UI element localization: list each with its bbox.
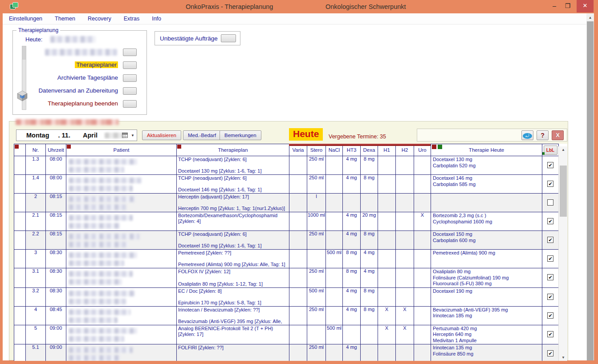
table-row[interactable]: 509:00Analog BERENICE-Protokoll Teil 2 (…: [14, 325, 559, 344]
cell-nr: 3: [26, 250, 46, 268]
panel-item-button[interactable]: [123, 74, 137, 82]
scrollbar-thumb[interactable]: [587, 21, 594, 360]
cell-therapie-heute: Docetaxel 150 mgCarboplatin 600 mg: [431, 231, 542, 250]
col-header-time[interactable]: Uhrzeit: [46, 144, 66, 156]
heute-badge: Heute: [289, 128, 323, 141]
cell-h2: [396, 268, 414, 288]
table-row[interactable]: 3.208:30EC / Doc [Zyklen: 8]Epirubicin 1…: [14, 287, 559, 306]
therapy-done-checkbox[interactable]: ✔: [547, 218, 553, 224]
table-row[interactable]: 3.108:30FOLFOX IV [Zyklen: 12]Oxaliplati…: [14, 268, 559, 288]
scroll-up-icon[interactable]: ▲: [586, 14, 594, 21]
window-border-left: [0, 13, 3, 364]
table-row[interactable]: 2.208:15TCHP (neoadjuvant) [Zyklen: 6]Do…: [14, 231, 559, 250]
table-row[interactable]: 5.109:00FOLFIRI [Zyklen: ??]250 ml4 mgIr…: [14, 344, 559, 361]
table-row[interactable]: 2.108:15Bortezomib/Dexamethason/Cyclopho…: [14, 212, 559, 231]
table-scrollbar-thumb[interactable]: [560, 166, 567, 217]
cell-nr: 2.2: [26, 231, 46, 250]
col-header-nr[interactable]: Nr.: [26, 144, 46, 156]
menu-item-themen[interactable]: Themen: [49, 13, 81, 22]
cell-h1: [378, 250, 396, 268]
cell-dexa: 8 mg: [361, 287, 378, 306]
therapy-done-checkbox[interactable]: ✔: [547, 294, 553, 300]
col-header-patient[interactable]: Patient: [66, 144, 177, 156]
cell-uro: [414, 156, 431, 175]
panel-item-button[interactable]: [123, 100, 137, 108]
cell-nacl: [326, 306, 343, 325]
panel-item-button[interactable]: [123, 49, 137, 56]
window-scrollbar[interactable]: ▲: [586, 13, 594, 360]
cell-nacl: [326, 156, 343, 175]
cell-nacl: [326, 287, 343, 306]
col-header-plan[interactable]: Therapieplan: [177, 144, 289, 156]
cell-therapieplan: Analog BERENICE-Protokoll Teil 2 (T + PH…: [177, 325, 289, 344]
undo-button[interactable]: ⤾: [521, 130, 533, 140]
therapy-done-checkbox[interactable]: ✔: [547, 331, 553, 337]
cell-therapie-heute: Oxaliplatin 80 mgFolinsäure (Calziumfoli…: [431, 268, 542, 288]
patient-name-redacted: [69, 252, 137, 258]
menu-item-extras[interactable]: Extras: [118, 13, 146, 22]
unbestaetigte-auftraege-label: Unbestätigte Aufträge: [160, 35, 218, 42]
cell-nr: 4: [26, 306, 46, 325]
table-row[interactable]: 308:30Pemetrexed [Zyklen: ??]Pemetrexed …: [14, 250, 559, 268]
cell-stero: 250 ml: [307, 175, 326, 194]
cell-ht3: 8 mg: [343, 250, 361, 268]
therapy-today-line: Docetaxel 190 mg: [433, 288, 540, 295]
cell-varia: [289, 231, 307, 250]
table-row[interactable]: 408:45Irinotecan / Bevacizumab [Zyklen: …: [14, 306, 559, 325]
maximize-button[interactable]: ❐: [562, 0, 574, 12]
table-scrollbar[interactable]: ▲ ▼: [558, 146, 567, 361]
date-day: . 11.: [58, 132, 70, 139]
calendar-dropdown-icon[interactable]: ▼: [122, 132, 134, 139]
med-bedarf-button[interactable]: Med.-Bedarf: [183, 130, 221, 140]
cell-select: [14, 287, 26, 306]
table-row[interactable]: 1.408:00TCHP (neoadjuvant) [Zyklen: 6]Do…: [14, 175, 559, 194]
table-row[interactable]: 1.308:00TCHP (neoadjuvant) [Zyklen: 6]Do…: [14, 156, 559, 175]
cell-therapie-heute: Pertuzumab 420 mgHerceptin 640 mgMedivit…: [431, 325, 542, 344]
cell-ht3: 4 mg: [343, 156, 361, 175]
patient-name-redacted: [69, 186, 133, 191]
cell-therapieplan: TCHP (neoadjuvant) [Zyklen: 6]Docetaxel …: [177, 156, 289, 175]
therapy-done-checkbox[interactable]: ✔: [547, 255, 553, 262]
therapy-done-checkbox[interactable]: ✔: [547, 350, 553, 356]
menu-item-recovery[interactable]: Recovery: [81, 13, 118, 22]
col-header-lbl[interactable]: LbL: [542, 144, 559, 156]
panel-item-button[interactable]: [123, 87, 137, 95]
cell-nr: 1.3: [26, 156, 46, 175]
cell-h1: [378, 287, 396, 306]
panel-item-label: Therapieplanung beenden: [48, 100, 118, 107]
aktualisieren-button[interactable]: Aktualisieren: [142, 130, 181, 140]
menu-item-info[interactable]: Info: [146, 13, 167, 22]
therapy-done-checkbox[interactable]: ✔: [547, 237, 553, 243]
col-header-sel[interactable]: [14, 144, 26, 156]
table-scroll-up-icon[interactable]: ▲: [559, 146, 567, 153]
panel-close-button[interactable]: X: [552, 130, 564, 140]
cell-therapieplan: EC / Doc [Zyklen: 8]Epirubicin 170 mg [Z…: [177, 287, 289, 306]
therapy-done-checkbox[interactable]: ✔: [547, 162, 553, 168]
panel-item-redacted: [45, 49, 117, 56]
date-picker[interactable]: Montag . 11. April ▼: [16, 129, 137, 141]
cell-nacl: 500 ml: [326, 250, 343, 268]
lbl-button[interactable]: LbL: [544, 146, 557, 155]
col-header-today[interactable]: Therapie Heute: [431, 144, 542, 156]
therapy-done-checkbox[interactable]: [547, 199, 553, 206]
panel-item-button[interactable]: [123, 61, 137, 69]
therapy-done-checkbox[interactable]: ✔: [547, 312, 553, 319]
cell-ht3: 4 mg: [343, 287, 361, 306]
bemerkungen-button[interactable]: Bemerkungen: [220, 130, 261, 140]
cell-ht3: 4 mg: [343, 212, 361, 231]
cell-select: [14, 231, 26, 250]
therapy-today-line: Pemetrexed (Alimta) 900 mg: [433, 250, 540, 256]
cell-uhrzeit: 08:30: [46, 268, 66, 288]
table-row[interactable]: 208:15Herceptin (adjuvant) [Zyklen: 17]H…: [14, 194, 559, 212]
cell-nr: 5.1: [26, 344, 46, 361]
therapy-done-checkbox[interactable]: ✔: [547, 274, 553, 280]
therapy-done-checkbox[interactable]: ✔: [547, 181, 553, 187]
help-button[interactable]: ?: [537, 130, 549, 140]
unbestaetigte-auftraege-button[interactable]: [221, 34, 236, 42]
cell-patient: [66, 325, 177, 344]
table-scroll-down-icon[interactable]: ▼: [559, 354, 567, 361]
cell-stero: [307, 250, 326, 268]
minimize-button[interactable]: –: [549, 0, 560, 12]
close-button[interactable]: ✕: [577, 0, 594, 12]
menu-item-einstellungen[interactable]: Einstellungen: [3, 13, 49, 22]
